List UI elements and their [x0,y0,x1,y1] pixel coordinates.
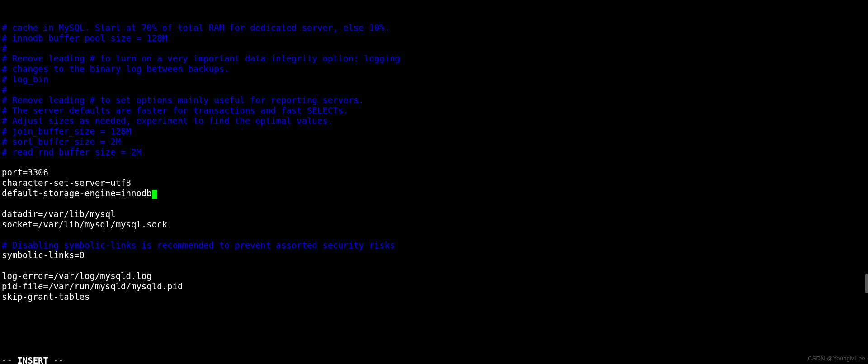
config-comment-line[interactable]: # changes to the binary log between back… [2,64,866,74]
config-comment-line[interactable]: # sort_buffer_size = 2M [2,137,866,147]
config-comment-line[interactable]: # read_rnd_buffer_size = 2M [2,147,866,157]
vim-status-bar: -- INSERT -- 23,30 75% [2,345,864,355]
config-line[interactable] [2,199,866,209]
scrollbar-thumb[interactable] [865,274,868,293]
scrollbar-track[interactable] [865,0,868,364]
config-line[interactable] [2,230,866,240]
config-line[interactable]: default-storage-engine=innodb [2,188,866,199]
config-line[interactable]: symbolic-links=0 [2,250,866,260]
config-line[interactable]: skip-grant-tables [2,292,866,302]
config-line[interactable]: port=3306 [2,167,866,178]
config-line[interactable]: socket=/var/lib/mysql/mysql.sock [2,219,866,230]
config-line[interactable] [2,260,866,271]
config-comment-line[interactable]: # The server defaults are faster for tra… [2,105,866,116]
config-comment-line[interactable]: # Remove leading # to turn on a very imp… [2,53,866,64]
config-line[interactable] [2,157,866,167]
terminal-editor[interactable]: # cache in MySQL. Start at 70% of total … [0,0,868,364]
config-comment-line[interactable]: # Adjust sizes as needed, experiment to … [2,116,866,126]
config-comment-line[interactable]: # log_bin [2,74,866,85]
config-comment-line[interactable]: # [2,85,866,95]
config-comment-line[interactable]: # join_buffer_size = 128M [2,126,866,137]
config-line[interactable]: character-set-server=utf8 [2,178,866,188]
mode-prefix: -- [2,355,17,364]
file-content[interactable]: # cache in MySQL. Start at 70% of total … [2,23,866,302]
config-comment-line[interactable]: # [2,43,866,54]
config-line[interactable]: datadir=/var/lib/mysql [2,209,866,219]
config-comment-line[interactable]: # cache in MySQL. Start at 70% of total … [2,23,866,33]
config-comment-line[interactable]: # innodb_buffer_pool_size = 128M [2,33,866,43]
vim-mode-indicator: -- INSERT -- [2,355,64,364]
mode-text: INSERT [17,355,48,364]
config-comment-line[interactable]: # Disabling symbolic-links is recommende… [2,240,866,251]
mode-suffix: -- [48,355,64,364]
config-line[interactable]: log-error=/var/log/mysqld.log [2,271,866,281]
config-comment-line[interactable]: # Remove leading # to set options mainly… [2,95,866,105]
config-line[interactable]: pid-file=/var/run/mysqld/mysqld.pid [2,281,866,292]
watermark-text: CSDN @YoungMLee [808,354,865,364]
text-cursor [152,190,157,199]
